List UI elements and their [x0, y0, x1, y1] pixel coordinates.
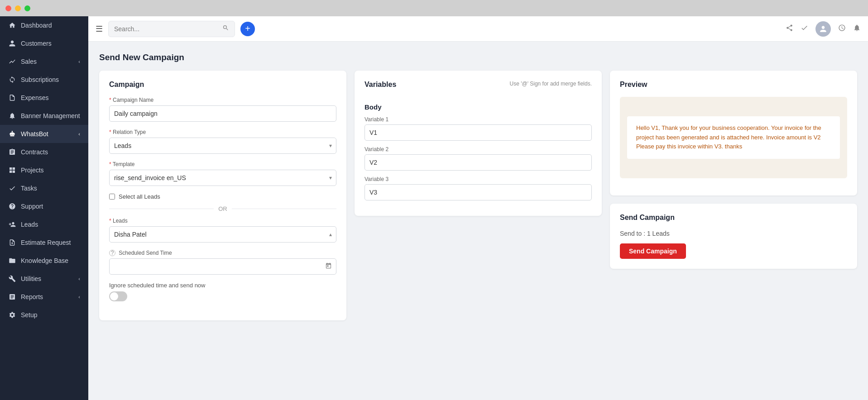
- leads-select[interactable]: Disha Patel: [109, 226, 336, 243]
- avatar[interactable]: [815, 21, 831, 37]
- page-content: Send New Campaign Campaign * Campaign Na…: [88, 42, 868, 400]
- relation-type-group: * Relation Type Leads Customers Contacts…: [109, 129, 336, 154]
- variable-2-input[interactable]: [364, 154, 592, 171]
- sidebar-label-whatsbot: WhatsBot: [21, 130, 48, 138]
- sync-icon: [8, 76, 16, 84]
- datetime-wrapper: [109, 258, 336, 275]
- variable-2-label: Variable 2: [364, 146, 592, 152]
- main-columns: Campaign * Campaign Name * Relation: [99, 71, 857, 320]
- sidebar-item-contracts[interactable]: Contracts: [0, 143, 88, 161]
- sidebar-item-projects[interactable]: Projects: [0, 161, 88, 179]
- home-icon: [8, 21, 16, 29]
- search-input[interactable]: [114, 25, 219, 33]
- variable-1-group: Variable 1: [364, 116, 592, 141]
- send-campaign-card-title: Send Campaign: [620, 214, 847, 222]
- page-title: Send New Campaign: [99, 52, 857, 62]
- check-icon: [8, 184, 16, 192]
- preview-inner: Hello V1, Thank you for your business co…: [627, 116, 840, 159]
- sidebar-label-banner-management: Banner Management: [21, 112, 80, 119]
- sidebar-label-tasks: Tasks: [21, 185, 37, 192]
- sidebar-item-tasks[interactable]: Tasks: [0, 179, 88, 197]
- maximize-button[interactable]: [24, 5, 30, 11]
- close-button[interactable]: [5, 5, 11, 11]
- leads-label: * Leads: [109, 218, 336, 224]
- sidebar-item-whatsbot[interactable]: WhatsBot ‹: [0, 125, 88, 143]
- contracts-icon: [8, 148, 16, 156]
- utilities-arrow-icon: ‹: [78, 276, 80, 281]
- variables-card-title: Variables: [364, 81, 396, 89]
- sidebar-item-banner-management[interactable]: Banner Management: [0, 107, 88, 125]
- campaign-name-label: * Campaign Name: [109, 97, 336, 103]
- sidebar-label-dashboard: Dashboard: [21, 22, 52, 29]
- menu-icon[interactable]: ☰: [96, 24, 103, 34]
- send-campaign-button[interactable]: Send Campaign: [620, 243, 686, 259]
- variable-1-input[interactable]: [364, 124, 592, 141]
- whatsbot-arrow-icon: ‹: [78, 131, 80, 137]
- campaign-name-input[interactable]: [109, 105, 336, 122]
- template-group: * Template rise_send_invoice en_US ▾: [109, 161, 336, 186]
- sidebar-item-sales[interactable]: Sales ‹: [0, 52, 88, 71]
- campaign-card: Campaign * Campaign Name * Relation: [99, 71, 346, 320]
- variable-1-label: Variable 1: [364, 116, 592, 123]
- preview-text: Hello V1, Thank you for your business co…: [636, 124, 831, 152]
- sidebar-label-customers: Customers: [21, 40, 52, 47]
- variable-3-group: Variable 3: [364, 176, 592, 200]
- relation-type-select[interactable]: Leads Customers Contacts: [109, 138, 336, 154]
- select-all-row: Select all Leads: [109, 193, 336, 200]
- select-all-checkbox[interactable]: [109, 194, 115, 200]
- ignore-schedule-group: Ignore scheduled time and send now: [109, 282, 336, 303]
- topbar: ☰ +: [88, 16, 868, 42]
- sidebar-item-setup[interactable]: Setup: [0, 306, 88, 324]
- sidebar-item-leads[interactable]: Leads: [0, 215, 88, 233]
- variable-2-group: Variable 2: [364, 146, 592, 171]
- sidebar-item-subscriptions[interactable]: Subscriptions: [0, 71, 88, 89]
- notification-bell-icon[interactable]: [853, 24, 861, 34]
- leads-select-wrapper: Disha Patel ▴: [109, 226, 336, 243]
- scheduled-time-label: ? Scheduled Send Time: [109, 250, 336, 256]
- sidebar-label-expenses: Expenses: [21, 94, 48, 101]
- or-divider: OR: [109, 205, 336, 212]
- variable-3-input[interactable]: [364, 184, 592, 200]
- bell-icon: [8, 112, 16, 120]
- estimate-icon: [8, 238, 16, 247]
- sidebar-label-subscriptions: Subscriptions: [21, 76, 59, 83]
- checkmark-icon[interactable]: [801, 24, 808, 34]
- variables-hint: Use '@' Sign for add merge fields.: [509, 81, 592, 87]
- sidebar-label-contracts: Contracts: [21, 148, 48, 156]
- sidebar-label-sales: Sales: [21, 58, 37, 65]
- sidebar: Dashboard Customers Sales ‹ Subscription…: [0, 16, 88, 400]
- sidebar-item-utilities[interactable]: Utilities ‹: [0, 270, 88, 288]
- relation-type-wrapper: Leads Customers Contacts ▾: [109, 138, 336, 154]
- template-select[interactable]: rise_send_invoice en_US: [109, 170, 336, 186]
- scheduled-time-group: ? Scheduled Send Time: [109, 250, 336, 275]
- clock-icon[interactable]: [838, 24, 846, 34]
- sidebar-item-expenses[interactable]: Expenses: [0, 89, 88, 107]
- minimize-button[interactable]: [15, 5, 21, 11]
- sidebar-item-knowledge-base[interactable]: Knowledge Base: [0, 252, 88, 270]
- select-all-label[interactable]: Select all Leads: [119, 193, 160, 200]
- share-icon[interactable]: [786, 24, 793, 34]
- preview-image-box: Hello V1, Thank you for your business co…: [620, 97, 847, 178]
- preview-card-title: Preview: [620, 81, 847, 89]
- sidebar-item-customers[interactable]: Customers: [0, 34, 88, 52]
- grid-icon: [8, 166, 16, 174]
- sidebar-label-setup: Setup: [21, 311, 38, 319]
- user-plus-icon: [8, 220, 16, 229]
- sidebar-item-support[interactable]: Support: [0, 197, 88, 215]
- ignore-schedule-toggle[interactable]: [109, 291, 127, 301]
- app-container: Dashboard Customers Sales ‹ Subscription…: [0, 16, 868, 400]
- send-to-text: Send to : 1 Leads: [620, 230, 847, 237]
- sales-arrow-icon: ‹: [78, 59, 80, 64]
- sidebar-item-estimate-request[interactable]: Estimate Request: [0, 233, 88, 252]
- campaign-card-title: Campaign: [109, 81, 336, 89]
- scheduled-time-input[interactable]: [109, 258, 336, 275]
- variables-card: Variables Use '@' Sign for add merge fie…: [355, 71, 602, 216]
- gear-icon: [8, 311, 16, 319]
- sidebar-item-reports[interactable]: Reports ‹: [0, 288, 88, 306]
- main-content: ☰ +: [88, 16, 868, 400]
- sidebar-item-dashboard[interactable]: Dashboard: [0, 16, 88, 34]
- add-button[interactable]: +: [240, 22, 255, 36]
- person-icon: [8, 39, 16, 48]
- variables-header: Variables Use '@' Sign for add merge fie…: [364, 81, 592, 97]
- ignore-schedule-label: Ignore scheduled time and send now: [109, 282, 336, 289]
